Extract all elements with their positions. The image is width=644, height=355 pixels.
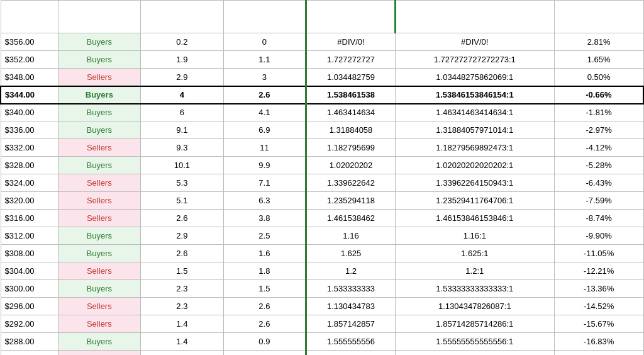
- cell-ratio: 1.02020202: [306, 157, 396, 174]
- table-row: $292.00Sellers1.42.61.8571428571.8571428…: [1, 315, 643, 333]
- cell-ratio-refined: 1.23529411764706:1: [395, 192, 554, 210]
- cell-ratio: #DIV/0!: [306, 33, 396, 51]
- cell-box-buyers: 9.1: [141, 121, 224, 139]
- cell-box-buyers: 9.3: [141, 139, 224, 157]
- cell-price: $320.00: [1, 192, 58, 210]
- table-row: $296.00Sellers2.32.61.1304347831.1304347…: [1, 298, 643, 315]
- cell-ratio: 1.2: [306, 262, 396, 280]
- table-row: $332.00Sellers9.3111.1827956991.18279569…: [1, 139, 643, 157]
- table-row: $336.00Buyers9.16.91.318840581.318840579…: [1, 121, 643, 139]
- cell-side: Buyers: [58, 157, 141, 174]
- table-row: $340.00Buyers64.11.4634146341.4634146341…: [1, 104, 643, 121]
- table-row: $304.00Sellers1.51.81.21.2:1-12.21%: [1, 262, 643, 280]
- cell-from-price: -6.43%: [554, 174, 643, 192]
- cell-price: $332.00: [1, 139, 58, 157]
- cell-side: Sellers: [58, 139, 141, 157]
- cell-price: $328.00: [1, 157, 58, 174]
- cell-ratio: 1.533333333: [306, 280, 396, 298]
- cell-price: $324.00: [1, 174, 58, 192]
- cell-side: Sellers: [58, 69, 141, 86]
- table-row: $348.00Sellers2.931.0344827591.034482758…: [1, 69, 643, 86]
- table-row: $352.00Buyers1.91.11.7272727271.72727272…: [1, 51, 643, 69]
- cell-ratio: 1.16: [306, 227, 396, 245]
- col-price: [1, 1, 58, 33]
- cell-ratio-refined: 1.2:1: [395, 262, 554, 280]
- cell-box-sellers: 9.9: [223, 157, 306, 174]
- cell-from-price: -5.28%: [554, 157, 643, 174]
- cell-price: $308.00: [1, 245, 58, 262]
- table-row: $284.00Sellers2.22.91.3181818181.3181818…: [1, 351, 643, 356]
- cell-ratio: 1.461538462: [306, 210, 396, 227]
- cell-side: Sellers: [58, 210, 141, 227]
- cell-price: $344.00: [1, 86, 58, 104]
- cell-ratio: 1.538461538: [306, 86, 396, 104]
- cell-ratio: 1.625: [306, 245, 396, 262]
- cell-ratio: 1.727272727: [306, 51, 396, 69]
- cell-box-buyers: 1.4: [141, 315, 224, 333]
- col-ratio: [306, 1, 396, 33]
- cell-from-price: -14.52%: [554, 298, 643, 315]
- cell-ratio-refined: 1.1304347826087:1: [395, 298, 554, 315]
- cell-price: $340.00: [1, 104, 58, 121]
- cell-from-price: -7.59%: [554, 192, 643, 210]
- cell-from-price: -4.12%: [554, 139, 643, 157]
- cell-side: Buyers: [58, 227, 141, 245]
- cell-side: Buyers: [58, 333, 141, 351]
- cell-side: Buyers: [58, 245, 141, 262]
- cell-ratio-refined: 1.625:1: [395, 245, 554, 262]
- cell-from-price: -8.74%: [554, 210, 643, 227]
- col-from-price: [554, 1, 643, 33]
- cell-ratio: 1.130434783: [306, 298, 396, 315]
- cell-ratio-refined: 1.31818181818182:1: [395, 351, 554, 356]
- table-row: $320.00Sellers5.16.31.2352941181.2352941…: [1, 192, 643, 210]
- cell-ratio-refined: 1.55555555555556:1: [395, 333, 554, 351]
- cell-box-sellers: 4.1: [223, 104, 306, 121]
- table-row: $324.00Sellers5.37.11.3396226421.3396226…: [1, 174, 643, 192]
- cell-ratio-refined: 1.46341463414634:1: [395, 104, 554, 121]
- cell-box-sellers: 0: [223, 33, 306, 51]
- cell-price: $352.00: [1, 51, 58, 69]
- cell-from-price: -15.67%: [554, 315, 643, 333]
- cell-side: Sellers: [58, 315, 141, 333]
- cell-price: $304.00: [1, 262, 58, 280]
- cell-box-sellers: 6.3: [223, 192, 306, 210]
- cell-box-buyers: 2.6: [141, 245, 224, 262]
- cell-box-sellers: 2.9: [223, 351, 306, 356]
- cell-side: Sellers: [58, 262, 141, 280]
- cell-box-buyers: 5.3: [141, 174, 224, 192]
- cell-box-buyers: 2.9: [141, 69, 224, 86]
- cell-ratio: 1.31884058: [306, 121, 396, 139]
- cell-box-buyers: 1.9: [141, 51, 224, 69]
- cell-from-price: -12.21%: [554, 262, 643, 280]
- cell-side: Sellers: [58, 351, 141, 356]
- cell-side: Sellers: [58, 298, 141, 315]
- cell-ratio-refined: 1.31884057971014:1: [395, 121, 554, 139]
- cell-from-price: -0.66%: [554, 86, 643, 104]
- cell-box-sellers: 3.8: [223, 210, 306, 227]
- cell-from-price: -17.98%: [554, 351, 643, 356]
- col-boxes-buyers: [141, 1, 224, 33]
- cell-ratio: 1.339622642: [306, 174, 396, 192]
- cell-side: Sellers: [58, 192, 141, 210]
- table-header: [1, 1, 643, 33]
- cell-ratio: 1.318181818: [306, 351, 396, 356]
- cell-box-buyers: 2.6: [141, 210, 224, 227]
- cell-ratio-refined: 1.18279569892473:1: [395, 139, 554, 157]
- cell-box-sellers: 0.9: [223, 333, 306, 351]
- cell-box-buyers: 6: [141, 104, 224, 121]
- cell-from-price: -13.36%: [554, 280, 643, 298]
- table-row: $316.00Sellers2.63.81.4615384621.4615384…: [1, 210, 643, 227]
- cell-side: Buyers: [58, 104, 141, 121]
- cell-box-buyers: 0.2: [141, 33, 224, 51]
- cell-box-sellers: 3: [223, 69, 306, 86]
- cell-ratio: 1.034482759: [306, 69, 396, 86]
- cell-side: Buyers: [58, 33, 141, 51]
- cell-ratio-refined: 1.53846153846154:1: [395, 86, 554, 104]
- cell-ratio-refined: 1.46153846153846:1: [395, 210, 554, 227]
- cell-box-sellers: 11: [223, 139, 306, 157]
- cell-box-sellers: 7.1: [223, 174, 306, 192]
- cell-box-buyers: 1.5: [141, 262, 224, 280]
- cell-box-sellers: 1.5: [223, 280, 306, 298]
- table-row: $356.00Buyers0.20#DIV/0!#DIV/0!2.81%: [1, 33, 643, 51]
- table-row: $328.00Buyers10.19.91.020202021.02020202…: [1, 157, 643, 174]
